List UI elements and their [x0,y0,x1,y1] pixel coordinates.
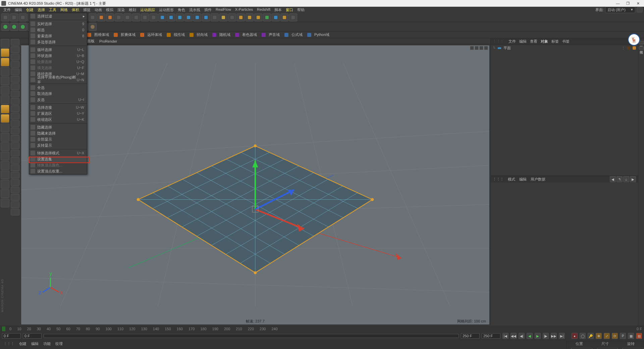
toolbar-button-18[interactable] [158,13,166,21]
menu-模拟[interactable]: 模拟 [104,7,115,13]
left-tool-14[interactable] [1,170,9,179]
left-tool2-13[interactable] [11,135,19,142]
left-tool-17[interactable] [1,199,9,207]
menu-窗口[interactable]: 窗口 [284,7,295,13]
mat-tab-edit[interactable]: 编辑 [31,341,39,346]
maximize-button[interactable]: ❐ [625,1,631,6]
timeline-slider[interactable] [44,334,459,338]
menu-item-隐藏未选择[interactable]: 隐藏未选择 [29,130,87,136]
menu-RealFlow[interactable]: RealFlow [214,7,233,13]
left-tool2-12[interactable] [11,128,19,134]
toolbar-button-21[interactable] [184,13,193,21]
timeline-start-field[interactable]: 0 F [2,333,21,339]
left-tool-12[interactable] [1,152,9,160]
goto-end-button[interactable]: ▶| [559,333,565,339]
attr-nav-up[interactable]: ↰ [616,176,623,182]
menu-雕刻[interactable]: 雕刻 [127,7,138,13]
toolbar-button-31[interactable] [272,13,280,21]
viewport-mini-2[interactable] [475,46,479,50]
viewport-mini-3[interactable] [479,46,483,50]
om-tab-edit[interactable]: 编辑 [519,39,527,44]
left-tool-16[interactable] [1,189,9,198]
viewport-mini-4[interactable] [484,46,488,50]
generator-button-10[interactable] [89,23,97,31]
field-远环体域[interactable]: 远环体域 [145,32,164,38]
left-tool2-4[interactable] [11,68,19,75]
left-tool-11[interactable] [1,142,9,151]
field-Python域[interactable]: Python域 [312,32,331,38]
menu-item-套索选择[interactable]: 套索选择8 [29,33,87,39]
menu-Redshift[interactable]: Redshift [255,7,272,13]
mat-tab-tex[interactable]: 纹理 [55,341,63,346]
menu-文件[interactable]: 文件 [1,7,13,13]
menu-item-取消选择[interactable]: 取消选择 [29,91,87,97]
left-tool2-21[interactable] [11,194,19,201]
left-tool2-10[interactable] [11,113,19,119]
left-tool-8[interactable] [1,114,9,123]
toolbar-button-11[interactable] [97,13,105,21]
field-线性域[interactable]: 线性域 [172,32,187,38]
left-tool2-18[interactable] [11,172,19,179]
menu-item-转换选择模式[interactable]: 转换选择模式U~X [29,150,87,156]
menu-item-框选[interactable]: 框选0 [29,27,87,33]
generator-button-0[interactable] [1,23,9,31]
menu-item-选择过滤[interactable]: 选择过滤 [29,13,87,19]
left-tool2-8[interactable] [11,98,19,105]
key-pos-button[interactable]: ✥ [596,333,602,339]
layout-lock-icon[interactable] [637,7,643,12]
menu-脚本[interactable]: 脚本 [272,7,284,13]
left-tool2-0[interactable] [11,39,19,46]
menu-工具[interactable]: 工具 [47,7,58,13]
attr-tab-userdata[interactable]: 用户数据 [531,177,545,182]
left-tool2-16[interactable] [11,157,19,164]
minimize-button[interactable]: — [615,1,621,6]
left-tool-1[interactable] [1,48,9,57]
menu-运动图形[interactable]: 运动图形 [157,7,176,13]
left-tool2-19[interactable] [11,179,19,186]
menu-动画[interactable]: 动画 [93,7,104,13]
menu-item-填充选择[interactable]: 填充选择U~F [29,65,87,71]
toolbar-button-33[interactable] [289,13,297,21]
left-tool-4[interactable] [1,77,9,85]
om-tab-file[interactable]: 文件 [508,39,516,44]
timeline-end-field-2[interactable]: 250 F [482,333,500,339]
toolbar-button-29[interactable] [254,13,262,21]
left-tool2-14[interactable] [11,142,19,149]
play-button[interactable]: ▶ [535,333,541,339]
menu-插件[interactable]: 插件 [202,7,214,13]
sidebar-tab-2[interactable]: 属性 [639,46,644,50]
toolbar-button-25[interactable] [219,13,227,21]
key-extra-button[interactable]: ▤ [636,333,642,339]
generator-button-2[interactable] [19,23,27,31]
toolbar-button-26[interactable] [228,13,236,21]
left-tool2-22[interactable] [11,201,19,208]
left-tool-7[interactable] [1,105,9,113]
left-tool2-3[interactable] [11,61,19,68]
menu-item-轮廓选择[interactable]: 轮廓选择U~Q [29,59,87,65]
attr-tab-mode[interactable]: 模式 [508,177,515,182]
record-button[interactable]: ● [572,333,578,339]
left-tool2-20[interactable] [11,187,19,193]
left-tool2-23[interactable] [11,209,19,215]
left-tool-10[interactable] [1,133,9,142]
left-tool2-2[interactable] [11,54,19,60]
field-胶囊体域[interactable]: 胶囊体域 [119,32,138,38]
menu-编辑[interactable]: 编辑 [13,7,24,13]
menu-item-环状选择[interactable]: 环状选择U~B [29,53,87,59]
om-tab-bookmark[interactable]: 书签 [562,39,570,44]
menu-item-反转显示[interactable]: 反转显示 [29,142,87,148]
viewport[interactable]: y x z 帧速: 237.7 网格间距: 100 cm [21,45,490,325]
left-tool2-15[interactable] [11,150,19,156]
viewport-mini-1[interactable] [470,46,474,50]
menu-运动跟踪[interactable]: 运动跟踪 [138,7,157,13]
attr-nav-next[interactable]: ▶ [630,176,636,182]
menu-item-扩展选区[interactable]: 扩展选区U~Y [29,110,87,116]
key-param-button[interactable]: P [620,333,626,339]
field-随机域[interactable]: 随机域 [217,32,232,38]
key-scale-button[interactable]: ⤢ [604,333,610,339]
toolbar-button-16[interactable] [141,13,149,21]
toolbar-button-1[interactable] [10,13,18,21]
om-tab-view[interactable]: 查看 [530,39,537,44]
om-tab-object[interactable]: 对象 [541,39,548,44]
material-area[interactable] [0,348,644,349]
